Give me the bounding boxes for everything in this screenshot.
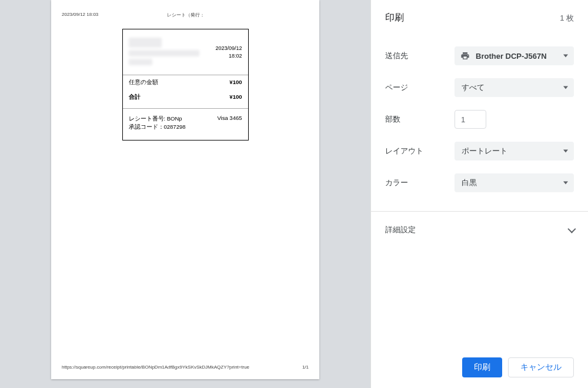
receipt-card-info: Visa 3465 [217,115,242,132]
copies-label: 部数 [385,114,455,125]
receipt-total-value: ¥100 [229,93,242,101]
printer-icon [460,51,470,61]
pages-select[interactable]: すべて [455,78,574,97]
print-settings-panel: 印刷 1 枚 送信先 Brother DCP-J567N ページ すべて [370,0,588,388]
advanced-settings-toggle[interactable]: 詳細設定 [371,212,588,248]
sheet-header-right-spacer [273,12,309,18]
receipt-merchant-redacted [129,38,199,65]
destination-row: 送信先 Brother DCP-J567N [385,46,574,65]
layout-select[interactable]: ポートレート [455,142,574,160]
color-select[interactable]: 白黒 [455,173,574,192]
sheet-footer-url: https://squareup.com/receipt/printable/B… [62,364,249,370]
sheet-header-title: レシート（発行： [98,12,273,18]
receipt-amount-value: ¥100 [229,79,242,86]
preview-sheet: 2023/09/12 18:03 レシート（発行： 2023/09/12 18:… [51,0,319,379]
panel-body: 送信先 Brother DCP-J567N ページ すべて [371,29,588,205]
panel-title: 印刷 [385,12,404,24]
receipt-time: 18:02 [215,52,242,60]
advanced-settings-label: 詳細設定 [385,225,416,235]
receipt-date: 2023/09/12 [215,45,242,52]
chevron-down-icon [567,225,576,233]
receipt-auth-code: 承認コード：0287298 [129,123,186,131]
copies-value: 1 [461,115,465,124]
layout-row: レイアウト ポートレート [385,142,574,160]
chevron-down-icon [563,182,568,185]
copies-row: 部数 1 [385,110,574,129]
layout-value: ポートレート [462,146,507,156]
sheet-footer: https://squareup.com/receipt/printable/B… [62,364,309,370]
destination-label: 送信先 [385,51,455,61]
pages-value: すべて [462,82,485,93]
chevron-down-icon [563,55,568,58]
receipt-footer: レシート番号: BONp 承認コード：0287298 Visa 3465 [123,109,248,140]
panel-footer: 印刷 キャンセル [371,348,588,388]
color-value: 白黒 [462,178,477,188]
layout-label: レイアウト [385,146,455,156]
sheet-header-timestamp: 2023/09/12 18:03 [62,12,98,18]
chevron-down-icon [563,150,568,153]
receipt-header: 2023/09/12 18:02 [123,29,248,75]
panel-header: 印刷 1 枚 [371,0,588,29]
sheet-header: 2023/09/12 18:03 レシート（発行： [62,12,309,18]
receipt-datetime: 2023/09/12 18:02 [215,38,242,65]
sheet-footer-page: 1/1 [302,364,309,370]
print-button[interactable]: 印刷 [462,357,502,377]
destination-select[interactable]: Brother DCP-J567N [455,46,574,65]
destination-value: Brother DCP-J567N [476,52,547,61]
color-label: カラー [385,178,455,188]
color-row: カラー 白黒 [385,173,574,192]
cancel-button[interactable]: キャンセル [508,357,574,377]
receipt-total-label: 合計 [129,93,141,101]
receipt-number: レシート番号: BONp [129,115,186,123]
receipt-total-row: 合計 ¥100 [123,90,248,105]
receipt-box: 2023/09/12 18:02 任意の金額 ¥100 合計 ¥100 レシート… [122,29,249,141]
receipt-amount-row: 任意の金額 ¥100 [123,75,248,90]
sheet-count: 1 枚 [560,13,574,24]
copies-input[interactable]: 1 [455,110,486,129]
pages-row: ページ すべて [385,78,574,97]
chevron-down-icon [563,86,568,89]
print-preview-pane: 2023/09/12 18:03 レシート（発行： 2023/09/12 18:… [0,0,370,388]
pages-label: ページ [385,82,455,93]
receipt-amount-label: 任意の金額 [129,79,158,86]
